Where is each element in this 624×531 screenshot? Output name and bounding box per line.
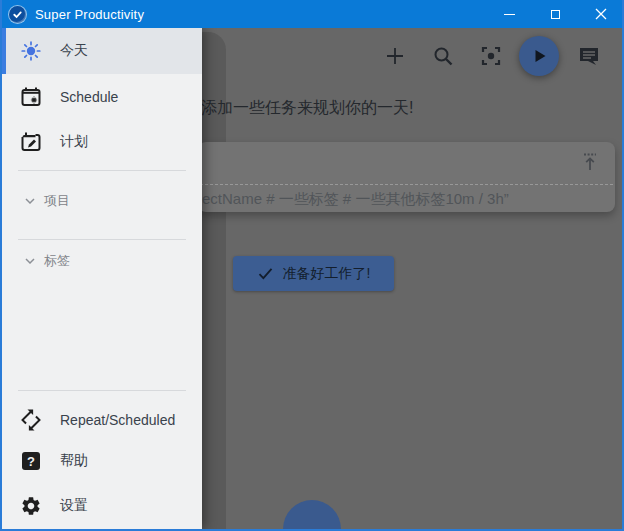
plus-icon (383, 44, 407, 68)
chevron-down-icon (22, 193, 38, 209)
sun-icon (18, 39, 44, 63)
sidebar-group-projects[interactable]: 项目 (2, 184, 202, 218)
check-icon (257, 265, 274, 282)
sidebar-item-plan[interactable]: 计划 (2, 119, 202, 164)
sidebar-group-label: 标签 (44, 252, 70, 270)
sidebar-divider (18, 390, 186, 391)
app-logo-icon (9, 6, 26, 23)
sidebar-item-label: 帮助 (60, 452, 88, 470)
focus-mode-icon (479, 44, 503, 68)
ready-to-work-label: 准备好工作了! (283, 265, 371, 283)
selected-indicator (2, 28, 6, 74)
sidebar-group-tags[interactable]: 标签 (2, 244, 202, 278)
task-input-placeholder[interactable]: ectName # 一些标签 # 一些其他标签10m / 3h” (202, 190, 607, 209)
titlebar[interactable]: Super Productivity (0, 0, 624, 28)
sidebar-item-settings[interactable]: 设置 (2, 484, 202, 528)
window-controls (486, 0, 624, 28)
window-title: Super Productivity (35, 7, 144, 22)
sidebar: 今天 Schedule (2, 28, 202, 529)
sidebar-divider (18, 170, 186, 171)
repeat-icon (18, 408, 44, 432)
search-button[interactable] (431, 44, 455, 68)
sidebar-item-today[interactable]: 今天 (2, 28, 202, 74)
chevron-down-icon (22, 253, 38, 269)
sidebar-item-label: Repeat/Scheduled (60, 412, 175, 428)
sidebar-item-schedule[interactable]: Schedule (2, 74, 202, 119)
calendar-edit-icon (18, 130, 44, 154)
focus-mode-button[interactable] (479, 44, 503, 68)
sidebar-item-repeat-scheduled[interactable]: Repeat/Scheduled (2, 398, 202, 442)
maximize-icon (551, 10, 560, 19)
minimize-button[interactable] (486, 0, 532, 28)
collapse-to-top-button[interactable] (577, 149, 603, 175)
help-icon: ? (18, 452, 44, 470)
align-top-icon (579, 151, 601, 173)
search-icon (431, 44, 455, 68)
add-task-button[interactable] (383, 44, 407, 68)
empty-day-hint: 添加一些任务来规划你的一天! (201, 98, 601, 119)
sidebar-item-label: 计划 (60, 133, 88, 151)
close-icon (595, 8, 607, 20)
sidebar-group-label: 项目 (44, 192, 70, 210)
app-window: Super Productivity (0, 0, 624, 531)
card-dashed-divider (200, 184, 613, 185)
chat-icon (577, 44, 601, 68)
sidebar-item-label: 设置 (60, 497, 88, 515)
calendar-sun-icon (18, 85, 44, 109)
minimize-icon (504, 14, 515, 15)
add-task-bar-fab[interactable] (283, 500, 341, 529)
sidebar-item-label: 今天 (60, 42, 88, 60)
play-button[interactable] (519, 36, 559, 76)
sidebar-item-label: Schedule (60, 89, 118, 105)
feedback-button[interactable] (577, 44, 601, 68)
ready-to-work-button[interactable]: 准备好工作了! (233, 256, 394, 291)
add-task-panel[interactable]: ectName # 一些标签 # 一些其他标签10m / 3h” (198, 142, 615, 212)
sidebar-divider (18, 239, 186, 240)
play-icon (529, 46, 549, 66)
close-button[interactable] (578, 0, 624, 28)
sidebar-item-help[interactable]: ? 帮助 (2, 439, 202, 483)
maximize-button[interactable] (532, 0, 578, 28)
gear-icon (18, 495, 44, 517)
